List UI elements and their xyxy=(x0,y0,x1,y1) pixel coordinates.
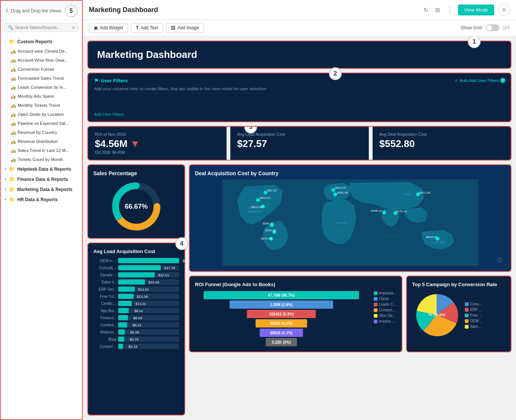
svg-point-25 xyxy=(332,188,335,192)
pie-svg: 7K (36.0%) xyxy=(412,290,461,339)
svg-text:7K (36.0%): 7K (36.0%) xyxy=(428,313,445,317)
bar-value: $32.01 xyxy=(158,273,169,277)
legend-color xyxy=(374,320,377,323)
bar-track: $37.79 xyxy=(118,265,179,270)
bar-value: $4.19 xyxy=(128,344,137,349)
report-label: Account wise Closed De... xyxy=(18,49,68,53)
pie-legend-label: OEM ... xyxy=(470,319,483,323)
folder-header[interactable]: +📁Marketing Data & Reports xyxy=(1,184,82,194)
sidebar-tree: − 📁 Custom Reports Account wise Closed D… xyxy=(1,35,82,419)
bar-row: ERP Sec.. $14.61 xyxy=(93,287,179,292)
pie-legend-label: Cons... xyxy=(470,302,482,306)
sidebar-report-item[interactable]: Pipeline vs Expected Sal... xyxy=(8,119,82,128)
report-label: Monthly Tickets Trend xyxy=(18,103,60,108)
legend-label: Impressi... xyxy=(379,291,396,295)
bar-track: $53.31 xyxy=(118,258,179,263)
bar-fill: $8.84 xyxy=(118,315,128,320)
view-mode-button[interactable]: View Mode xyxy=(458,5,494,15)
report-label: Forecasted Sales Trend xyxy=(18,76,64,80)
svg-text:$408.14: $408.14 xyxy=(371,209,382,212)
refresh-button[interactable]: ↻ xyxy=(422,5,430,15)
bar-row: Sales V.. $23.45 xyxy=(93,279,179,285)
bar-category: Sample .. xyxy=(93,273,116,277)
sidebar-report-item[interactable]: Monthly Ads Spent xyxy=(8,92,82,101)
add-text-button[interactable]: T Add Text xyxy=(131,23,163,33)
sidebar-report-item[interactable]: Sales Trend in Last 12 M... xyxy=(8,146,82,155)
legend-label: Convert... xyxy=(379,308,395,312)
sidebar-report-item[interactable]: Conversion Funnel xyxy=(8,65,82,74)
pie-legend-item: OEM ... xyxy=(465,319,483,323)
bar-fill: $53.31 xyxy=(118,258,179,263)
bar-value: $13.38 xyxy=(137,294,148,299)
sidebar-search-container[interactable]: 🔍 ⊕ xyxy=(5,23,78,32)
add-user-filters-link[interactable]: Add User Filters xyxy=(94,112,124,117)
pie-legend-item: Cons... xyxy=(465,302,483,306)
sidebar-report-item[interactable]: Tickets Count by Month xyxy=(8,155,82,164)
pie-legend-color xyxy=(465,319,469,323)
add-image-button[interactable]: 🖼 Add Image xyxy=(166,23,204,33)
bar-category: Free Tut.. xyxy=(93,294,116,299)
image-icon: 🖼 xyxy=(171,25,175,30)
svg-point-29 xyxy=(382,211,386,214)
bar-fill: $13.38 xyxy=(118,294,134,299)
grid-toggle[interactable] xyxy=(486,24,499,31)
bar-category: Confere.. xyxy=(93,323,116,327)
funnel-bar-item: 82505 (0.2%) xyxy=(256,319,307,328)
svg-point-15 xyxy=(256,198,260,202)
bar-track: $5.75 xyxy=(118,337,179,342)
funnel-legend-item: Invoice ... xyxy=(374,319,396,323)
sidebar-header-text: Drag and Drop the Views xyxy=(11,8,61,14)
main-content: Marketing Dashboard ↻ ⊞ ⋮ View Mode ⚙ ▣ … xyxy=(83,0,516,420)
roi-value: $4.56M ▼ xyxy=(95,138,219,150)
bar-row: Webinar.. $6.08 xyxy=(93,329,179,335)
banner-title: Marketing Dashboard xyxy=(97,49,197,60)
pie-legend-label: Free ... xyxy=(470,313,482,317)
svg-text:$82.13: $82.13 xyxy=(268,189,277,192)
folder-icon: 📁 xyxy=(9,186,15,192)
custom-reports-group: − 📁 Custom Reports Account wise Closed D… xyxy=(1,36,82,164)
svg-text:$611.60: $611.60 xyxy=(252,205,263,209)
report-label: Sales Trend in Last 12 M... xyxy=(18,148,69,153)
pie-legend-item: Sam... xyxy=(465,324,483,329)
bar-fill: $6.08 xyxy=(118,329,125,335)
expand-icon: + xyxy=(5,167,7,171)
bar-value: $23.45 xyxy=(148,280,159,284)
search-input[interactable] xyxy=(15,25,70,30)
sidebar-report-item[interactable]: Revenue Distribution xyxy=(8,137,82,146)
bar-fill: $11.xx xyxy=(118,301,132,306)
folder-header[interactable]: +📁Finance Data & Reports xyxy=(1,174,82,184)
sidebar-report-item[interactable]: Leads Conversion by In... xyxy=(8,83,82,92)
report-label: Pipeline vs Expected Sal... xyxy=(18,121,69,126)
custom-reports-folder[interactable]: − 📁 Custom Reports xyxy=(1,36,82,47)
svg-text:$363.20: $363.20 xyxy=(265,229,276,232)
bar-track: $8.84 xyxy=(118,315,179,320)
sidebar-report-item[interactable]: Account Wise Won Deal... xyxy=(8,56,82,65)
bar-chart-icon xyxy=(11,139,15,144)
more-options-button[interactable]: ⋮ xyxy=(445,5,454,15)
bar-category: App Bui.. xyxy=(93,309,116,313)
sidebar-report-item[interactable]: Revenue by Country xyxy=(8,128,82,137)
report-label: Monthly Ads Spent xyxy=(18,94,54,99)
donut-chart: 66.67% xyxy=(110,180,163,233)
flag-icon: ⚑ xyxy=(94,78,99,83)
svg-text:$513.91: $513.91 xyxy=(260,196,271,200)
svg-text:$379.49: $379.49 xyxy=(261,237,272,240)
settings-button[interactable]: ⚙ xyxy=(498,4,510,16)
folder-header[interactable]: +📁Helpdesk Data & Reports xyxy=(1,164,82,174)
bar-category: Finance.. xyxy=(93,316,116,320)
funnel-bar-item: 0.22K (0%) xyxy=(266,338,297,346)
avg-deal-value: $552.80 xyxy=(379,138,504,150)
custom-reports-label: Custom Reports xyxy=(17,39,52,44)
sidebar-report-item[interactable]: Monthly Tickets Trend xyxy=(8,101,82,110)
grid-button[interactable]: ⊞ xyxy=(434,5,441,15)
svg-text:AFRICA: AFRICA xyxy=(335,221,347,224)
funnel-bar-item: 165402 (0.3%) xyxy=(247,310,316,318)
sidebar-report-item[interactable]: Forecasted Sales Trend xyxy=(8,74,82,83)
bar-row: Consulti... $37.79 xyxy=(93,265,179,270)
folder-group: +📁Finance Data & Reports xyxy=(1,174,82,184)
folder-header[interactable]: +📁HR Data & Reports xyxy=(1,194,82,205)
sidebar-report-item[interactable]: Account wise Closed De... xyxy=(8,47,82,56)
sidebar-report-item[interactable]: Open Deals by Location xyxy=(8,110,82,119)
search-icon: 🔍 xyxy=(8,25,14,30)
add-widget-button[interactable]: ▣ Add Widget xyxy=(89,23,128,33)
